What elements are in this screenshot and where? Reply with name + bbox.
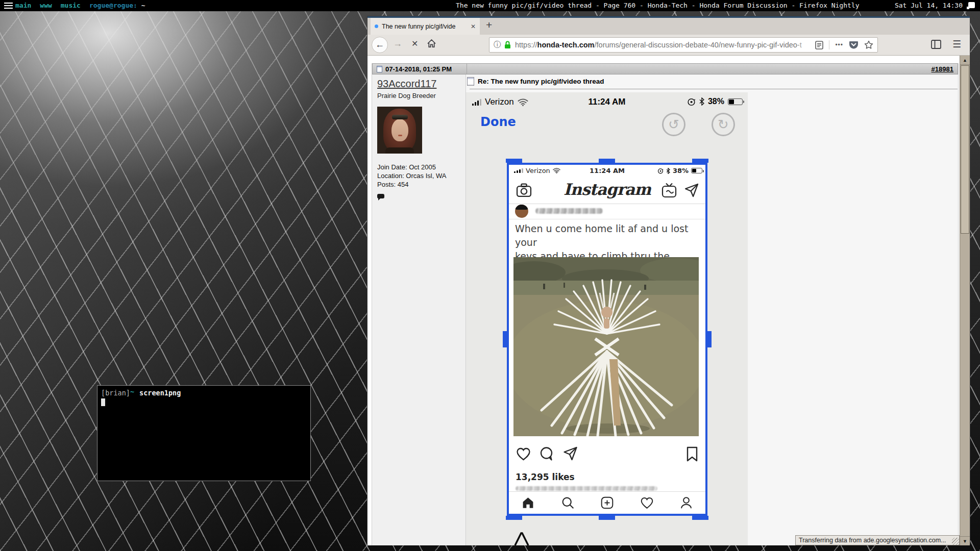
undo-button[interactable]: ↺ (662, 113, 685, 136)
network-status-tooltip: Transferring data from ade.googlesyndica… (795, 535, 960, 545)
sidebar-toggle-icon[interactable] (931, 40, 941, 49)
avatar-lips (398, 135, 402, 136)
terminal-window[interactable]: [brian]~screen1png (97, 385, 311, 481)
tab-title: The new funny pic/gif/vide (382, 23, 468, 30)
page-actions-icon[interactable]: ••• (835, 41, 843, 48)
bookmark-star-icon[interactable] (864, 40, 873, 49)
tab-active[interactable]: The new funny pic/gif/vide ✕ (371, 18, 480, 35)
active-window-title: The new funny pic/gif/video thread - Pag… (456, 2, 860, 9)
nav-new-post-icon[interactable] (600, 496, 614, 510)
url-text[interactable]: https://honda-tech.com/forums/general-di… (515, 41, 811, 49)
selection-handle[interactable] (599, 516, 615, 520)
workspace-list: main www music rogue@rogue: ~ (15, 2, 145, 9)
selected-screenshot[interactable]: Verizon 11:24 AM 38% (507, 163, 707, 516)
caption-line-1: When u come home lit af and u lost your (515, 222, 700, 249)
nav-search-icon[interactable] (561, 496, 575, 510)
ig-profile-row (509, 204, 705, 219)
ig-action-row (509, 445, 705, 466)
scrollbar-thumb[interactable] (961, 65, 969, 234)
selection-handle[interactable] (599, 159, 615, 163)
selection-handle[interactable] (506, 516, 522, 520)
post-content-column: Re: The new funny pic/gif/video thread V… (466, 74, 958, 545)
selection-handle[interactable] (692, 159, 708, 163)
scroll-down-arrow[interactable]: ▼ (960, 536, 970, 545)
selection-handle[interactable] (506, 159, 522, 163)
tab-bar: The new funny pic/gif/vide ✕ + (368, 18, 970, 35)
user-custom-title: Prairie Dog Breeder (377, 92, 460, 99)
page-info-icon[interactable]: ⓘ (494, 40, 501, 49)
ig-status-bar: Verizon 11:24 AM 38% (509, 166, 705, 176)
home-button[interactable] (427, 39, 436, 48)
igtv-icon[interactable] (662, 183, 677, 198)
selection-handle[interactable] (503, 331, 507, 347)
poster-avatar[interactable] (515, 205, 528, 218)
menu-icon[interactable] (4, 3, 13, 9)
new-tab-button[interactable]: + (486, 19, 492, 31)
redo-button[interactable]: ↻ (712, 113, 735, 136)
terminal-cursor (101, 398, 105, 406)
post-title-divider (470, 89, 958, 89)
user-info-column: 93Accord117 Prairie Dog Breeder Join Dat… (372, 74, 466, 545)
systray-icon[interactable] (968, 2, 975, 8)
workspace-www[interactable]: www (40, 2, 52, 9)
direct-message-icon[interactable] (684, 183, 699, 197)
post-body: 93Accord117 Prairie Dog Breeder Join Dat… (372, 74, 958, 545)
like-heart-icon[interactable] (516, 446, 531, 461)
stop-button[interactable]: ✕ (411, 39, 418, 48)
workspace-music[interactable]: music (61, 2, 81, 9)
nav-activity-icon[interactable] (640, 496, 654, 510)
ios-status-bar: Verizon 11:24 AM 38% (466, 95, 748, 110)
user-join-date: Join Date: Oct 2005 (377, 163, 460, 171)
user-avatar[interactable] (377, 107, 422, 154)
selection-handle[interactable] (692, 516, 708, 520)
page-action-icons: ••• (815, 40, 873, 49)
ios-editor-screenshot[interactable]: Verizon 11:24 AM 38% (466, 92, 748, 545)
user-post-count: Posts: 454 (377, 180, 460, 189)
post-title-row: Re: The new funny pic/gif/video thread (467, 77, 604, 86)
ig-bottom-nav (509, 491, 705, 514)
scroll-up-arrow[interactable]: ▲ (960, 56, 970, 65)
bluetooth-icon (699, 97, 704, 106)
workspace-terminal-session[interactable]: rogue@rogue: ~ (89, 2, 145, 9)
comment-icon[interactable] (539, 446, 554, 461)
hamburger-menu-icon[interactable]: ☰ (952, 38, 961, 50)
urlbar-separator (829, 40, 829, 49)
nav-home-icon[interactable] (521, 496, 535, 510)
nav-profile-icon[interactable] (679, 496, 693, 510)
tab-loading-icon (375, 24, 378, 28)
lock-icon (504, 41, 511, 49)
url-bar[interactable]: ⓘ https://honda-tech.com/forums/general-… (489, 37, 878, 53)
pocket-icon[interactable] (849, 40, 859, 49)
post-number-link[interactable]: #18981 (932, 65, 953, 73)
workspace-main[interactable]: main (15, 2, 31, 9)
bookmark-icon[interactable] (686, 446, 698, 462)
battery-percent: 38% (708, 97, 724, 106)
instagram-screenshot: Verizon 11:24 AM 38% (509, 165, 705, 514)
post-date-icon (377, 66, 382, 72)
ig-header: Instagram (509, 177, 705, 204)
username-link[interactable]: 93Accord117 (377, 78, 460, 90)
back-button[interactable]: ← (372, 37, 388, 53)
firefox-window: The new funny pic/gif/vide ✕ + ← → ✕ ⓘ h… (368, 16, 970, 544)
redacted-username (535, 208, 603, 214)
share-plane-icon[interactable] (563, 446, 578, 461)
forward-button[interactable]: → (393, 38, 402, 49)
resize-grip[interactable] (952, 538, 959, 545)
post-photo[interactable] (513, 257, 699, 436)
header-divider (467, 64, 467, 75)
clock: Sat Jul 14, 14:30 (895, 2, 963, 9)
user-location: Location: Orcas Isl, WA (377, 171, 460, 180)
done-button[interactable]: Done (480, 115, 516, 129)
reader-mode-icon[interactable] (815, 41, 823, 49)
tab-close-icon[interactable]: ✕ (471, 23, 476, 30)
redacted-caption (516, 486, 657, 491)
bluetooth-icon (666, 168, 670, 174)
message-bubble-icon[interactable] (377, 194, 384, 198)
battery-percent: 38% (673, 167, 689, 174)
page-scrollbar[interactable]: ▲ ▼ (960, 56, 970, 545)
ios-status-right: 38% (687, 97, 743, 106)
selection-handle[interactable] (707, 331, 712, 347)
likes-count[interactable]: 13,295 likes (516, 472, 575, 482)
post-date: 07-14-2018, 01:25 PM (385, 65, 452, 73)
markup-letter-shape (513, 532, 531, 545)
